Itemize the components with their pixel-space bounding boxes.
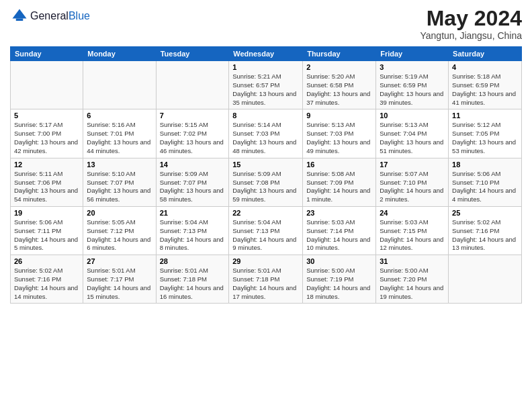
logo-blue-text: Blue (69, 10, 90, 21)
sunset-text: Sunset: 7:04 PM (380, 130, 427, 137)
daylight-text: Daylight: 14 hours and 10 minutes. (306, 236, 370, 252)
daylight-text: Daylight: 13 hours and 35 minutes. (232, 90, 296, 106)
daylight-text: Daylight: 14 hours and 16 minutes. (160, 284, 224, 300)
day-cell-0-1 (83, 61, 156, 109)
daylight-text: Daylight: 13 hours and 59 minutes. (232, 187, 296, 203)
week-row-5: 26 Sunrise: 5:02 AM Sunset: 7:16 PM Dayl… (11, 255, 522, 304)
week-row-4: 19 Sunrise: 5:06 AM Sunset: 7:11 PM Dayl… (11, 206, 522, 255)
day-cell-4-4: 30 Sunrise: 5:00 AM Sunset: 7:19 PM Dayl… (303, 255, 376, 304)
daylight-text: Daylight: 14 hours and 1 minute. (306, 187, 370, 203)
logo-general-text: General (30, 10, 69, 21)
week-row-2: 5 Sunrise: 5:17 AM Sunset: 7:00 PM Dayli… (11, 109, 522, 158)
sunrise-text: Sunrise: 5:01 AM (87, 267, 135, 274)
day-info: Sunrise: 5:20 AM Sunset: 6:58 PM Dayligh… (306, 73, 372, 107)
sunset-text: Sunset: 7:13 PM (232, 227, 279, 234)
day-cell-0-0 (11, 61, 83, 109)
daylight-text: Daylight: 13 hours and 51 minutes. (380, 138, 443, 154)
day-cell-3-0: 19 Sunrise: 5:06 AM Sunset: 7:11 PM Dayl… (11, 206, 83, 255)
sunset-text: Sunset: 7:14 PM (306, 227, 353, 234)
day-cell-1-2: 7 Sunrise: 5:15 AM Sunset: 7:02 PM Dayli… (156, 109, 229, 158)
day-number: 23 (306, 209, 372, 217)
day-cell-3-1: 20 Sunrise: 5:05 AM Sunset: 7:12 PM Dayl… (83, 206, 156, 255)
day-number: 18 (452, 161, 518, 169)
day-info: Sunrise: 5:13 AM Sunset: 7:03 PM Dayligh… (306, 121, 372, 155)
daylight-text: Daylight: 14 hours and 14 minutes. (14, 284, 78, 300)
daylight-text: Daylight: 14 hours and 4 minutes. (452, 187, 516, 203)
logo-icon (10, 7, 29, 26)
sunrise-text: Sunrise: 5:01 AM (160, 267, 208, 274)
header-friday: Friday (376, 47, 449, 61)
day-number: 4 (452, 63, 518, 71)
day-info: Sunrise: 5:09 AM Sunset: 7:07 PM Dayligh… (160, 170, 226, 204)
daylight-text: Daylight: 13 hours and 48 minutes. (232, 138, 296, 154)
week-row-1: 1 Sunrise: 5:21 AM Sunset: 6:57 PM Dayli… (11, 61, 522, 109)
day-cell-0-4: 2 Sunrise: 5:20 AM Sunset: 6:58 PM Dayli… (303, 61, 376, 109)
day-cell-3-2: 21 Sunrise: 5:04 AM Sunset: 7:13 PM Dayl… (156, 206, 229, 255)
sunset-text: Sunset: 7:13 PM (160, 227, 207, 234)
day-info: Sunrise: 5:05 AM Sunset: 7:12 PM Dayligh… (87, 218, 152, 253)
day-info: Sunrise: 5:11 AM Sunset: 7:06 PM Dayligh… (14, 170, 79, 204)
daylight-text: Daylight: 14 hours and 17 minutes. (232, 284, 296, 300)
day-cell-3-5: 24 Sunrise: 5:03 AM Sunset: 7:15 PM Dayl… (376, 206, 449, 255)
day-cell-0-2 (156, 61, 229, 109)
week-row-3: 12 Sunrise: 5:11 AM Sunset: 7:06 PM Dayl… (11, 158, 522, 206)
daylight-text: Daylight: 14 hours and 19 minutes. (380, 284, 443, 300)
sunrise-text: Sunrise: 5:07 AM (380, 170, 428, 177)
header-sunday: Sunday (11, 47, 83, 61)
daylight-text: Daylight: 14 hours and 12 minutes. (380, 236, 443, 252)
sunrise-text: Sunrise: 5:13 AM (306, 121, 355, 128)
day-cell-2-1: 13 Sunrise: 5:10 AM Sunset: 7:07 PM Dayl… (83, 158, 156, 206)
daylight-text: Daylight: 13 hours and 56 minutes. (87, 187, 150, 203)
day-cell-4-6 (449, 255, 522, 304)
day-number: 8 (232, 111, 299, 120)
sunset-text: Sunset: 7:15 PM (380, 227, 427, 234)
day-number: 13 (87, 161, 152, 169)
day-cell-4-2: 28 Sunrise: 5:01 AM Sunset: 7:18 PM Dayl… (156, 255, 229, 304)
logo: GeneralBlue (10, 7, 90, 26)
day-cell-2-0: 12 Sunrise: 5:11 AM Sunset: 7:06 PM Dayl… (11, 158, 83, 206)
daylight-text: Daylight: 13 hours and 37 minutes. (306, 90, 370, 106)
day-cell-4-3: 29 Sunrise: 5:01 AM Sunset: 7:18 PM Dayl… (229, 255, 303, 304)
day-number: 9 (306, 111, 372, 120)
daylight-text: Daylight: 13 hours and 58 minutes. (160, 187, 224, 203)
weekday-header-row: Sunday Monday Tuesday Wednesday Thursday… (11, 47, 522, 61)
sunset-text: Sunset: 7:00 PM (14, 130, 61, 137)
sunrise-text: Sunrise: 5:05 AM (87, 218, 135, 226)
day-number: 1 (232, 63, 299, 71)
sunrise-text: Sunrise: 5:20 AM (306, 73, 355, 80)
day-cell-0-3: 1 Sunrise: 5:21 AM Sunset: 6:57 PM Dayli… (229, 61, 303, 109)
day-info: Sunrise: 5:19 AM Sunset: 6:59 PM Dayligh… (380, 73, 445, 107)
sunset-text: Sunset: 6:57 PM (232, 81, 279, 89)
day-info: Sunrise: 5:01 AM Sunset: 7:17 PM Dayligh… (87, 267, 152, 301)
sunset-text: Sunset: 7:10 PM (452, 179, 499, 186)
day-cell-3-6: 25 Sunrise: 5:02 AM Sunset: 7:16 PM Dayl… (449, 206, 522, 255)
sunset-text: Sunset: 7:03 PM (232, 130, 279, 137)
daylight-text: Daylight: 13 hours and 42 minutes. (14, 138, 78, 154)
day-cell-1-1: 6 Sunrise: 5:16 AM Sunset: 7:01 PM Dayli… (83, 109, 156, 158)
day-cell-4-5: 31 Sunrise: 5:00 AM Sunset: 7:20 PM Dayl… (376, 255, 449, 304)
day-number: 5 (14, 111, 79, 120)
day-number: 7 (160, 111, 226, 120)
sunset-text: Sunset: 7:07 PM (87, 179, 134, 186)
day-info: Sunrise: 5:07 AM Sunset: 7:10 PM Dayligh… (380, 170, 445, 204)
sunrise-text: Sunrise: 5:09 AM (232, 170, 281, 177)
sunrise-text: Sunrise: 5:02 AM (452, 218, 500, 226)
sunrise-text: Sunrise: 5:06 AM (452, 170, 500, 177)
day-info: Sunrise: 5:06 AM Sunset: 7:10 PM Dayligh… (452, 170, 518, 204)
sunset-text: Sunset: 7:11 PM (14, 227, 61, 234)
day-info: Sunrise: 5:01 AM Sunset: 7:18 PM Dayligh… (232, 267, 299, 301)
day-info: Sunrise: 5:18 AM Sunset: 6:59 PM Dayligh… (452, 73, 518, 107)
day-cell-1-0: 5 Sunrise: 5:17 AM Sunset: 7:00 PM Dayli… (11, 109, 83, 158)
header-saturday: Saturday (449, 47, 522, 61)
day-info: Sunrise: 5:16 AM Sunset: 7:01 PM Dayligh… (87, 121, 152, 155)
day-number: 30 (306, 257, 372, 265)
day-info: Sunrise: 5:12 AM Sunset: 7:05 PM Dayligh… (452, 121, 518, 155)
sunrise-text: Sunrise: 5:13 AM (380, 121, 428, 128)
sunset-text: Sunset: 7:03 PM (306, 130, 353, 137)
header: GeneralBlue May 2024 Yangtun, Jiangsu, C… (10, 7, 522, 41)
day-cell-2-5: 17 Sunrise: 5:07 AM Sunset: 7:10 PM Dayl… (376, 158, 449, 206)
day-cell-1-4: 9 Sunrise: 5:13 AM Sunset: 7:03 PM Dayli… (303, 109, 376, 158)
day-number: 19 (14, 209, 79, 217)
day-cell-2-4: 16 Sunrise: 5:08 AM Sunset: 7:09 PM Dayl… (303, 158, 376, 206)
day-number: 14 (160, 161, 226, 169)
